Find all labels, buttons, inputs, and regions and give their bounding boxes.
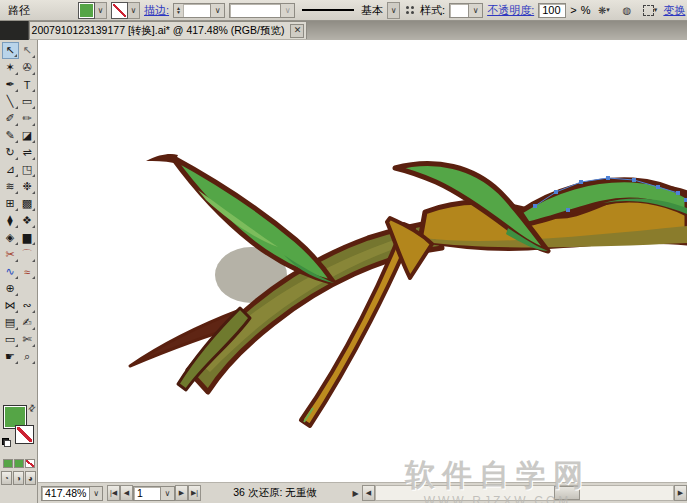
live-paint-bucket-tool[interactable]: ◈	[2, 229, 19, 246]
warp-tool[interactable]: ≋	[2, 178, 19, 195]
scroll-right-button[interactable]: ▶	[674, 485, 687, 501]
eraser-tool[interactable]: ◪	[19, 127, 36, 144]
fill-color-dropdown[interactable]: ∨	[78, 2, 107, 19]
scissors-tool[interactable]: ✂	[2, 246, 19, 263]
fullscreen-menu-mode-button[interactable]: ◑	[13, 471, 24, 485]
brush-definition-combo[interactable]: ∨	[229, 3, 295, 18]
stroke-link[interactable]: 描边:	[144, 3, 169, 18]
caret-icon[interactable]: ▾	[654, 6, 658, 14]
selection-tool[interactable]: ↖	[2, 42, 19, 59]
paintbrush-tool[interactable]: ✐	[2, 110, 19, 127]
page-number-value[interactable]: 1	[134, 487, 160, 499]
opacity-value[interactable]: 100	[539, 4, 565, 16]
anchor-point[interactable]	[606, 176, 610, 180]
slice-tool[interactable]: ✄	[19, 331, 36, 348]
anchor-point[interactable]	[566, 208, 570, 212]
rotate-tool[interactable]: ↻	[2, 144, 19, 161]
opacity-link[interactable]: 不透明度:	[487, 3, 534, 18]
reflect-tool[interactable]: ⇌	[19, 144, 36, 161]
chevron-down-icon[interactable]: ∨	[160, 487, 174, 500]
direct-selection-tool[interactable]: ↖	[19, 42, 36, 59]
stroke-weight-combo[interactable]: ▲▼ ∨	[173, 3, 225, 18]
normal-screen-mode-button[interactable]: ◔	[1, 471, 12, 485]
stroke-color-swatch[interactable]	[15, 425, 34, 444]
zoom-tool[interactable]: ⌕	[19, 348, 36, 365]
scroll-left-button[interactable]: ◀	[362, 485, 375, 501]
status-menu-arrow-icon[interactable]: ▶	[349, 485, 362, 501]
artwork-svg	[38, 40, 687, 483]
arc-tool[interactable]: ⌒	[19, 246, 36, 263]
free-transform-tool[interactable]: ◳	[19, 161, 36, 178]
anchor-point[interactable]	[676, 191, 680, 195]
line-segment-tool[interactable]: ╲	[2, 93, 19, 110]
symbol-sprayer-tool[interactable]: ❉	[19, 178, 36, 195]
knife-tool[interactable]: ✍	[19, 314, 36, 331]
close-icon[interactable]: ✕	[290, 24, 304, 38]
anchor-point[interactable]	[579, 180, 583, 184]
anchor-point[interactable]	[632, 178, 636, 182]
stroke-none-swatch-icon[interactable]	[111, 2, 128, 19]
zoom-level-combo[interactable]: 417.48% ∨	[41, 486, 103, 501]
transform-link[interactable]: 变换	[663, 3, 685, 18]
chevron-down-icon[interactable]: ∨	[210, 4, 224, 17]
transform-grid-tool[interactable]: ▤	[2, 314, 19, 331]
prev-page-button[interactable]: ◀	[120, 485, 133, 501]
stroke-color-dropdown[interactable]: ∨	[111, 2, 140, 19]
scale-tool[interactable]: ⊿	[2, 161, 19, 178]
artboard-canvas[interactable]	[38, 40, 687, 483]
last-page-button[interactable]: ▶|	[188, 485, 201, 501]
artboard-tool[interactable]: ▭	[2, 331, 19, 348]
type-tool[interactable]: T	[19, 76, 36, 93]
eyedropper-tool[interactable]: ⧫	[2, 212, 19, 229]
document-tab[interactable]: 2007910123139177 [转换].ai* @ 417.48% (RGB…	[29, 21, 307, 39]
zoom-level-value[interactable]: 417.48%	[42, 487, 89, 499]
page-number-combo[interactable]: 1 ∨	[133, 486, 175, 501]
default-colors-icon[interactable]	[2, 438, 11, 447]
chevron-down-icon[interactable]: ∨	[95, 2, 107, 19]
dashed-line-icon[interactable]	[406, 6, 414, 14]
reshape-tool[interactable]: ∾	[19, 297, 36, 314]
none-button[interactable]	[25, 459, 35, 468]
horizontal-scrollbar[interactable]	[375, 485, 674, 501]
first-page-button[interactable]: |◀	[107, 485, 120, 501]
pen-tool[interactable]: ✒	[2, 76, 19, 93]
wave-tool[interactable]: ≈	[19, 263, 36, 280]
magic-wand-tool[interactable]: ✶	[2, 59, 19, 76]
zigzag-tool[interactable]: ∿	[2, 263, 19, 280]
gradient-tool[interactable]: ▩	[19, 195, 36, 212]
lasso-tool[interactable]: ✇	[19, 59, 36, 76]
select-similar-icon[interactable]: ❋▾	[594, 1, 613, 19]
anchor-point[interactable]	[533, 204, 537, 208]
opacity-field[interactable]: 100	[538, 3, 566, 18]
tool-grid: ↖↖✶✇✒T╲▭✐✏✎◪↻⇌⊿◳≋❉⊞▩⧫❖◈▆✂⌒∿≈⊕⋈∾▤✍▭✄☛⌕	[2, 42, 36, 365]
chevron-down-icon[interactable]: ∨	[468, 4, 482, 17]
swap-colors-icon[interactable]: ⇄	[26, 402, 38, 414]
blend-tool[interactable]: ❖	[19, 212, 36, 229]
rectangle-tool[interactable]: ▭	[19, 93, 36, 110]
column-graph-tool[interactable]: ▆	[19, 229, 36, 246]
anchor-point[interactable]	[554, 190, 558, 194]
mesh-tool[interactable]: ⊞	[2, 195, 19, 212]
smooth-tool[interactable]: ✎	[2, 127, 19, 144]
caret-icon[interactable]: ▾	[606, 6, 610, 14]
symbol-screener-tool[interactable]: ⊕	[2, 280, 19, 297]
hand-tool[interactable]: ☛	[2, 348, 19, 365]
pencil-tool[interactable]: ✏	[19, 110, 36, 127]
next-page-button[interactable]: ▶	[175, 485, 188, 501]
stepper-icon[interactable]: ▲▼	[174, 4, 184, 17]
chevron-down-icon[interactable]: ∨	[280, 4, 294, 17]
chevron-down-icon[interactable]: ∨	[387, 2, 400, 19]
style-combo[interactable]: ∨	[449, 3, 483, 18]
isolate-selection-icon[interactable]: ▾	[640, 1, 659, 19]
gradient-button[interactable]	[14, 459, 24, 468]
anchor-point[interactable]	[656, 185, 660, 189]
scrollbar-thumb[interactable]	[554, 486, 580, 500]
recolor-artwork-icon[interactable]: ◍	[617, 1, 636, 19]
fill-swatch-icon[interactable]	[78, 2, 95, 19]
fullscreen-mode-button[interactable]: ◕	[25, 471, 36, 485]
chevron-down-icon[interactable]: ∨	[89, 487, 102, 500]
color-button[interactable]	[3, 459, 13, 468]
chevron-down-icon[interactable]: ∨	[128, 2, 140, 19]
opacity-stepper-icon[interactable]: >	[570, 4, 576, 16]
width-tool[interactable]: ⋈	[2, 297, 19, 314]
